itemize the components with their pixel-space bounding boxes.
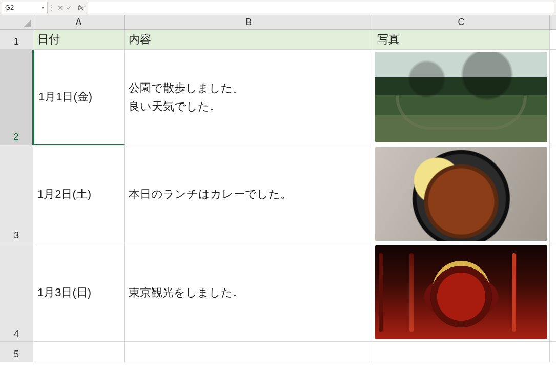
row-header-2[interactable]: 2 xyxy=(0,50,33,145)
row-5: 5 xyxy=(0,342,556,362)
cell-B3[interactable]: 本日のランチはカレーでした。 xyxy=(125,145,373,243)
col-header-B[interactable]: B xyxy=(125,15,373,29)
row-4: 4 1月3日(日) 東京観光をしました。 xyxy=(0,243,556,342)
photo-lantern xyxy=(375,245,547,339)
accept-formula-icon[interactable]: ✓ xyxy=(65,4,73,12)
cell-C1[interactable]: 写真 xyxy=(373,30,550,49)
name-box-dropdown-icon[interactable]: ▾ xyxy=(42,5,44,10)
cell-C3[interactable] xyxy=(373,145,550,243)
cell-A3[interactable]: 1月2日(土) xyxy=(33,145,125,243)
spreadsheet-grid: A B C 1 日付 内容 写真 2 1月1日(金) 公園で散歩しました。 良い… xyxy=(0,15,556,392)
cancel-formula-icon[interactable]: ✕ xyxy=(56,4,65,12)
cell-A1[interactable]: 日付 xyxy=(33,30,125,49)
cell-B4[interactable]: 東京観光をしました。 xyxy=(125,243,373,341)
name-box-value: G2 xyxy=(5,4,14,11)
fx-icon[interactable]: fx xyxy=(73,0,88,15)
cell-C4[interactable] xyxy=(373,243,550,341)
row-header-4[interactable]: 4 xyxy=(0,243,33,341)
cell-B5[interactable] xyxy=(125,342,373,362)
photo-curry xyxy=(375,147,547,241)
col-header-C[interactable]: C xyxy=(373,15,550,29)
row-header-3[interactable]: 3 xyxy=(0,145,33,243)
cell-A4[interactable]: 1月3日(日) xyxy=(33,243,125,341)
row-header-1[interactable]: 1 xyxy=(0,30,33,49)
cell-B1[interactable]: 内容 xyxy=(125,30,373,49)
row-3: 3 1月2日(土) 本日のランチはカレーでした。 xyxy=(0,145,556,243)
column-headers: A B C xyxy=(0,15,556,30)
cell-C2[interactable] xyxy=(373,50,550,145)
cell-C5[interactable] xyxy=(373,342,550,362)
row-1: 1 日付 内容 写真 xyxy=(0,30,556,50)
rows: 1 日付 内容 写真 2 1月1日(金) 公園で散歩しました。 良い天気でした。… xyxy=(0,30,556,362)
photo-park xyxy=(375,52,547,142)
cell-A2[interactable]: 1月1日(金) xyxy=(33,50,125,145)
col-header-A[interactable]: A xyxy=(33,15,125,29)
formula-bar-buttons: ⋮ ✕ ✓ xyxy=(48,0,73,15)
formula-input[interactable] xyxy=(88,2,554,13)
select-all-triangle[interactable] xyxy=(0,15,33,29)
row-header-5[interactable]: 5 xyxy=(0,342,33,362)
formula-divider-icon: ⋮ xyxy=(48,4,56,12)
name-box[interactable]: G2 ▾ xyxy=(2,2,48,13)
cell-A5[interactable] xyxy=(33,342,125,362)
formula-bar: G2 ▾ ⋮ ✕ ✓ fx xyxy=(0,0,556,15)
cell-B2[interactable]: 公園で散歩しました。 良い天気でした。 xyxy=(125,50,373,145)
row-2: 2 1月1日(金) 公園で散歩しました。 良い天気でした。 xyxy=(0,50,556,145)
